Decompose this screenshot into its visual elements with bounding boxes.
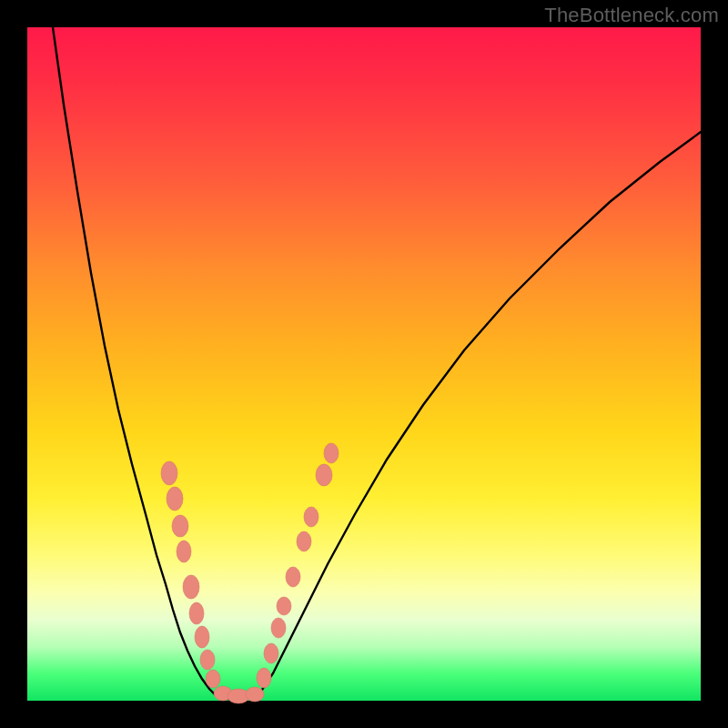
plot-area (27, 27, 701, 701)
chart-svg (27, 27, 701, 701)
watermark-text: TheBottleneck.com (544, 4, 719, 27)
data-dot (304, 507, 318, 527)
data-dot (200, 650, 215, 670)
bottleneck-curve (53, 27, 701, 699)
data-dot (206, 670, 220, 688)
data-dot (297, 531, 311, 551)
data-dot (183, 575, 199, 599)
data-dot (195, 626, 209, 648)
data-dot (246, 687, 264, 702)
data-dot (271, 618, 286, 638)
data-dot (316, 464, 332, 486)
data-dot (161, 461, 177, 485)
data-dot (172, 515, 188, 537)
data-dot (324, 443, 339, 463)
data-dots (161, 443, 339, 703)
data-dot (189, 602, 204, 624)
data-dot (257, 668, 271, 688)
chart-frame: TheBottleneck.com (0, 0, 728, 728)
data-dot (167, 487, 183, 511)
data-dot (264, 643, 278, 663)
data-dot (177, 541, 191, 562)
data-dot (277, 597, 291, 615)
data-dot (286, 567, 300, 587)
